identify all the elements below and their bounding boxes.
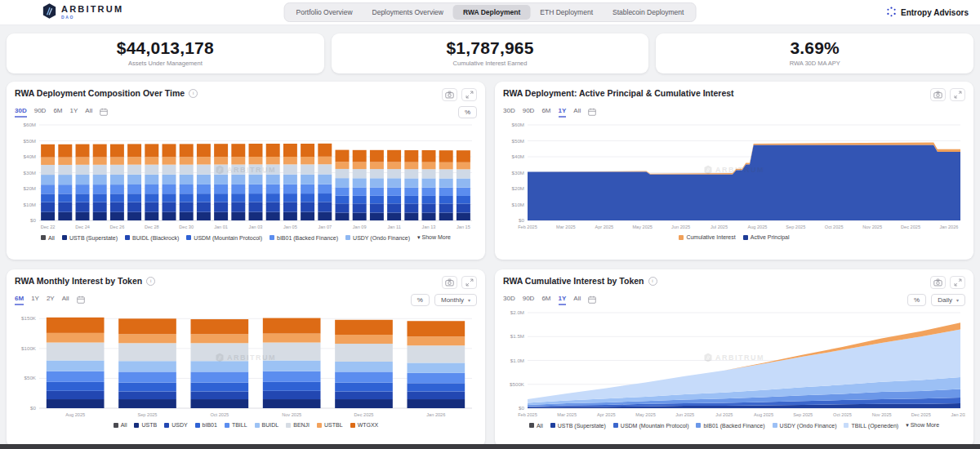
tab-deployments-overview[interactable]: Deployments Overview [363, 5, 453, 20]
legend-item-buidl[interactable]: BUIDL [255, 422, 279, 428]
chart-plot[interactable]: $0$500K$1.0M$1.5M$2.0MFeb 2025Mar 2025Ap… [503, 309, 965, 420]
svg-text:Apr 2025: Apr 2025 [595, 224, 613, 229]
legend-item-wtgxx[interactable]: WTGXX [350, 422, 379, 428]
legend-item-benji[interactable]: BENJI [286, 422, 310, 428]
calendar-icon[interactable] [100, 108, 108, 116]
range-1y[interactable]: 1Y [70, 107, 78, 118]
legend-item-ustb-superstate[interactable]: USTB (Superstate) [62, 235, 118, 241]
kpi-label: Cumulative Interest Earned [332, 60, 649, 67]
legend-item-usdy-ondo-finance[interactable]: USDY (Ondo Finance) [345, 235, 410, 241]
range-1y[interactable]: 1Y [559, 107, 567, 118]
range-90d[interactable]: 90D [523, 295, 535, 305]
svg-text:Aug 2025: Aug 2025 [754, 412, 773, 417]
expand-icon[interactable] [461, 276, 477, 289]
legend-swatch [743, 235, 748, 240]
camera-icon[interactable] [930, 276, 946, 289]
svg-text:Dec 24: Dec 24 [75, 224, 90, 229]
svg-text:Sep 2025: Sep 2025 [793, 412, 813, 417]
interval-dropdown[interactable]: Monthly▾ [434, 294, 477, 306]
interval-dropdown[interactable]: Daily▾ [931, 294, 965, 306]
chevron-down-icon: ▾ [956, 297, 959, 303]
range-30d[interactable]: 30D [15, 107, 27, 118]
percent-toggle[interactable]: % [458, 106, 477, 118]
range-all[interactable]: All [573, 295, 581, 305]
legend-item-ustb[interactable]: USTB [134, 422, 157, 428]
panel-title: RWA Deployment: Active Principal & Cumul… [503, 88, 734, 98]
range-2y[interactable]: 2Y [47, 295, 55, 305]
legend-item-tbill[interactable]: TBILL [225, 422, 247, 428]
legend-swatch [225, 423, 229, 428]
range-90d[interactable]: 90D [34, 107, 47, 118]
range-all[interactable]: All [62, 295, 69, 305]
range-selector: 30D90D6M1YAll [503, 295, 596, 305]
svg-text:$10M: $10M [512, 202, 524, 207]
legend-swatch [613, 423, 618, 428]
legend-item-ustbl[interactable]: USTBL [317, 422, 343, 428]
legend-show-more[interactable]: ▾ Show More [906, 422, 939, 429]
legend-item-all[interactable]: All [114, 422, 127, 428]
expand-icon[interactable] [950, 88, 965, 101]
legend-item-usdm-mountain-protocol[interactable]: USDM (Mountain Protocol) [613, 423, 689, 429]
range-6m[interactable]: 6M [15, 295, 24, 305]
camera-icon[interactable] [442, 88, 457, 101]
range-6m[interactable]: 6M [541, 107, 550, 118]
legend-item-usdy-ondo-finance[interactable]: USDY (Ondo Finance) [773, 423, 837, 429]
camera-icon[interactable] [442, 276, 457, 289]
tab-portfolio-overview[interactable]: Portfolio Overview [287, 5, 363, 20]
calendar-icon[interactable] [588, 296, 596, 304]
range-1y[interactable]: 1Y [559, 295, 567, 305]
kpi-apy: 3.69% RWA 30D MA APY [656, 33, 973, 73]
percent-toggle[interactable]: % [907, 294, 926, 306]
legend-item-tbill-openeden[interactable]: TBILL (Openeden) [844, 423, 898, 429]
legend-item-buidl-blackrock[interactable]: BUIDL (Blackrock) [125, 235, 179, 241]
legend-item-all[interactable]: All [41, 235, 55, 241]
calendar-icon[interactable] [588, 108, 596, 116]
legend-item-bib01[interactable]: bIB01 [195, 422, 217, 428]
range-6m[interactable]: 6M [53, 107, 62, 118]
chart-plot[interactable]: $0$50K$100K$150KAug 2025Sep 2025Oct 2025… [15, 309, 477, 420]
svg-text:Dec 30: Dec 30 [179, 224, 194, 229]
info-icon[interactable]: i [146, 277, 155, 286]
range-90d[interactable]: 90D [523, 107, 535, 118]
svg-text:$50M: $50M [512, 138, 524, 144]
percent-toggle[interactable]: % [411, 294, 430, 306]
camera-icon[interactable] [930, 88, 946, 101]
range-30d[interactable]: 30D [503, 107, 515, 118]
legend-item-bib01-backed-finance[interactable]: bIB01 (Backed Finance) [270, 235, 338, 241]
legend-item-all[interactable]: All [529, 423, 543, 429]
tab-eth-deployment[interactable]: ETH Deployment [530, 5, 603, 20]
legend-item-active-principal[interactable]: Active Principal [743, 234, 790, 240]
legend-swatch [125, 235, 130, 240]
chart-plot[interactable]: $0$10M$20M$30M$40M$50M$60MFeb 2025Mar 20… [503, 121, 965, 232]
range-all[interactable]: All [85, 107, 92, 118]
legend-swatch [186, 235, 191, 240]
legend-swatch [286, 423, 291, 428]
svg-text:Jul 2025: Jul 2025 [715, 412, 733, 417]
legend-item-ustb-superstate[interactable]: USTB (Superstate) [550, 423, 606, 429]
entropy-advisors-logo[interactable]: Entropy Advisors [886, 7, 969, 19]
tab-stablecoin-deployment[interactable]: Stablecoin Deployment [603, 5, 693, 20]
chart-plot[interactable]: $0$10M$20M$30M$40M$50M$60MDec 22Dec 24De… [15, 121, 477, 232]
kpi-value: $1,787,965 [332, 38, 649, 58]
range-1y[interactable]: 1Y [31, 295, 39, 305]
legend-swatch [255, 423, 260, 428]
info-icon[interactable]: i [648, 277, 657, 286]
panel-rwa-monthly-interest-by-token: RWA Monthly Interest by Token i [7, 269, 485, 447]
tab-rwa-deployment[interactable]: RWA Deployment [453, 5, 530, 20]
arbitrum-logo[interactable]: ARBITRUM DAO [42, 3, 123, 22]
chart-legend: Cumulative InterestActive Principal [503, 234, 965, 240]
expand-icon[interactable] [461, 88, 477, 101]
legend-show-more[interactable]: ▾ Show More [417, 234, 451, 241]
legend-item-usdy[interactable]: USDY [164, 422, 187, 428]
range-30d[interactable]: 30D [503, 295, 515, 305]
range-6m[interactable]: 6M [541, 295, 550, 305]
legend-item-usdm-mountain-protocol[interactable]: USDM (Mountain Protocol) [186, 235, 262, 241]
legend-swatch [41, 235, 46, 240]
range-all[interactable]: All [573, 107, 581, 118]
legend-item-cumulative-interest[interactable]: Cumulative Interest [679, 234, 735, 240]
legend-item-bib01-backed-finance[interactable]: bIB01 (Backed Finance) [696, 423, 764, 429]
expand-icon[interactable] [950, 276, 965, 289]
info-icon[interactable]: i [189, 89, 198, 98]
legend-swatch [114, 423, 118, 428]
calendar-icon[interactable] [77, 296, 85, 304]
